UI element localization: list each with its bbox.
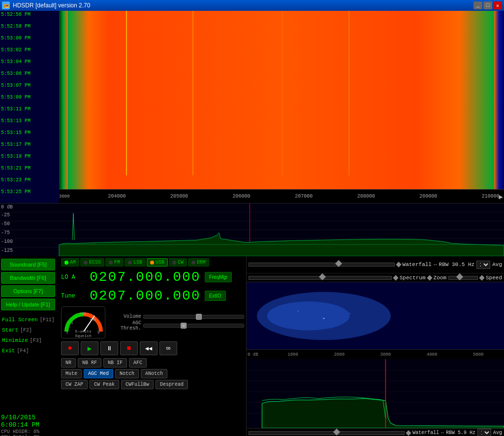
- tune-freq-value[interactable]: 0207.000.000: [88, 287, 203, 304]
- agc-thresh-slider[interactable]: [143, 324, 244, 328]
- volume-thumb[interactable]: [196, 314, 202, 320]
- zoom-thumb[interactable]: [456, 273, 463, 280]
- nb-if-button[interactable]: NB IF: [103, 358, 127, 368]
- agc-dot: [182, 324, 185, 327]
- drm-indicator: [191, 261, 195, 265]
- zoom-slider[interactable]: [448, 276, 478, 280]
- transport-controls: ● ▶ ⏸ ■ ◀◀ ∞: [61, 341, 244, 355]
- fullscreen-item[interactable]: Full Screen [F11]: [1, 316, 58, 324]
- lo-freq-value[interactable]: 0207.000.000: [88, 268, 203, 286]
- frequency-axis: 3000 204000 205000 206000 207000 208000 …: [59, 189, 504, 203]
- freq-tick-3: 207000: [295, 194, 313, 199]
- spectrum-level-slider[interactable]: [249, 276, 392, 280]
- lo-label: LO A: [61, 274, 86, 281]
- rbw-select-1[interactable]: 214: [476, 261, 490, 269]
- mode-am[interactable]: AM: [61, 258, 79, 267]
- mode-cw[interactable]: CW: [169, 258, 187, 267]
- start-item[interactable]: Start [F2]: [1, 326, 58, 334]
- bottom-rbw-select[interactable]: 12: [477, 429, 491, 436]
- zoom-diamond: [427, 275, 432, 280]
- rewind-icon: ◀◀: [145, 345, 152, 352]
- bottom-lr-icon: ↔: [441, 430, 444, 436]
- window-controls[interactable]: _ □ ✕: [473, 1, 502, 9]
- tune-row: Tune 0207.000.000 ExtIO: [61, 287, 244, 304]
- mute-button[interactable]: Mute: [61, 369, 82, 378]
- despread-button[interactable]: Despread: [156, 380, 188, 389]
- cw-peak-button[interactable]: CW Peak: [90, 380, 119, 389]
- minimize-button[interactable]: _: [473, 1, 482, 9]
- iq-noise-bg: [247, 282, 504, 350]
- stop-button[interactable]: ■: [120, 341, 138, 355]
- rewind-button[interactable]: ◀◀: [140, 341, 158, 355]
- cw-zap-button[interactable]: CW ZAP: [61, 380, 88, 389]
- bandwidth-button[interactable]: Bandwidth [F6]: [1, 272, 55, 284]
- mode-drm[interactable]: DRM: [188, 258, 209, 267]
- nb-rf-button[interactable]: NB RF: [78, 358, 101, 368]
- cw-label: CW: [178, 260, 184, 265]
- timestamp-1: 5:52:58 PM: [1, 24, 31, 29]
- nr-button[interactable]: NR: [61, 358, 76, 368]
- timestamp-9: 5:53:13 PM: [1, 118, 31, 124]
- bottom-slider-1[interactable]: [249, 431, 405, 435]
- bottom-slider-1-thumb[interactable]: [333, 429, 340, 436]
- bottom-bars: Waterfall ↔ RBW 5.9 Hz 12 Avg Spectrum Z…: [247, 428, 504, 436]
- waterfall-level-slider[interactable]: [249, 263, 395, 267]
- anotch-button[interactable]: ANotch: [141, 369, 167, 378]
- streak-2: [192, 11, 193, 175]
- waterfall-slider-thumb2[interactable]: [396, 262, 401, 267]
- svg-point-16: [298, 310, 299, 311]
- volume-slider[interactable]: [143, 315, 244, 319]
- soundcard-button[interactable]: Soundcard [F5]: [1, 259, 55, 270]
- mode-lsb[interactable]: LSB: [125, 258, 146, 267]
- exit-item[interactable]: Exit [F4]: [1, 347, 58, 355]
- afc-button[interactable]: AFC: [129, 358, 147, 368]
- streak-1: [126, 11, 127, 175]
- datetime-value: 9/10/2015 6:00:14 PM: [1, 414, 58, 429]
- timestamp-0: 5:52:56 PM: [1, 12, 31, 17]
- main-spectrum: 0 dB -25 -50 -75 -100 -125: [0, 203, 504, 256]
- stop-icon: ■: [127, 344, 131, 352]
- pause-button[interactable]: ⏸: [100, 341, 118, 355]
- minimize-item[interactable]: Minimize [F3]: [1, 336, 58, 344]
- spectrum-slider-thumb2[interactable]: [393, 275, 398, 280]
- frequency-display: LO A 0207.000.000 FreqMgr Tune 0207.000.…: [61, 268, 244, 304]
- record-button[interactable]: ●: [61, 341, 79, 355]
- freq-mgr-button[interactable]: FreqMgr: [205, 272, 232, 282]
- minimize-label: Minimize: [2, 337, 28, 343]
- freq-tick-1: 205000: [170, 194, 188, 199]
- fullscreen-key: [F11]: [40, 317, 55, 323]
- ext-io-button[interactable]: ExtIO: [205, 291, 226, 301]
- mode-fm[interactable]: FM: [105, 258, 124, 267]
- mini-freq-axis: 0 dB 1000 2000 3000 4000 5000: [247, 349, 504, 359]
- sliders-area: Volume AGC Thresh.: [109, 313, 244, 332]
- freq-tick-4: 208000: [357, 194, 375, 199]
- play-button[interactable]: ▶: [81, 341, 98, 355]
- tune-label: Tune: [61, 293, 86, 300]
- cw-indicator: [172, 261, 176, 265]
- right-panel: Waterfall ↔ RBW 30.5 Hz 214 Avg Spectrum…: [246, 256, 504, 436]
- lsb-indicator: [128, 261, 132, 265]
- agc-thumb[interactable]: [181, 323, 187, 329]
- mode-usb[interactable]: USB: [147, 258, 168, 267]
- agc-med-button[interactable]: AGC Med: [84, 369, 113, 378]
- streak-center: [282, 11, 283, 175]
- waterfall-colors: [59, 11, 504, 189]
- app-icon: 📻: [2, 1, 10, 9]
- notch-button[interactable]: Notch: [115, 369, 139, 378]
- iq-svg: [247, 282, 504, 350]
- exit-label: Exit: [2, 348, 15, 354]
- options-button[interactable]: Options [F7]: [1, 285, 55, 297]
- close-button[interactable]: ✕: [493, 1, 502, 9]
- maximize-button[interactable]: □: [483, 1, 492, 9]
- loop-button[interactable]: ∞: [159, 341, 177, 355]
- waterfall-slider-thumb[interactable]: [335, 260, 342, 267]
- cwfullbw-button[interactable]: CWFullBw: [121, 380, 154, 389]
- right-top-bar-2: Spectrum Zoom Speed: [247, 273, 504, 282]
- timestamp-4: 5:53:04 PM: [1, 59, 31, 65]
- timestamp-14: 5:53:23 PM: [1, 177, 31, 183]
- freq-tick-5: 209000: [419, 194, 437, 199]
- spectrum-slider-thumb[interactable]: [319, 273, 326, 280]
- mode-ecss[interactable]: ECSS: [80, 258, 104, 267]
- bottom-bar-1: Waterfall ↔ RBW 5.9 Hz 12 Avg: [247, 429, 504, 436]
- help-button[interactable]: Help / Update [F1]: [1, 299, 55, 310]
